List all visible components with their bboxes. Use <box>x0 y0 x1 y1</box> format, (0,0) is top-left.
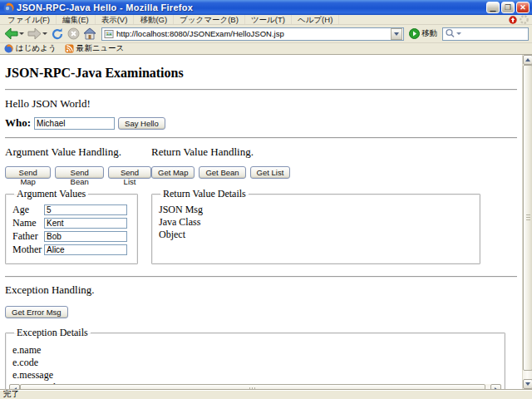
argument-values-legend: Argument Values <box>14 188 88 200</box>
back-icon <box>4 27 18 40</box>
send-map-button[interactable]: Send Map <box>5 166 51 179</box>
page-favicon-icon[interactable] <box>104 29 114 39</box>
search-icon[interactable] <box>445 28 456 39</box>
menu-file[interactable]: ファイル(F) <box>2 15 57 24</box>
vertical-scrollbar-thumb[interactable] <box>523 65 532 371</box>
get-error-msg-button[interactable]: Get Error Msg <box>5 306 68 318</box>
exception-section-title: Exception Handling. <box>5 283 517 297</box>
bookmark-label: はじめよう <box>16 43 57 54</box>
menu-tools[interactable]: ツール(T) <box>245 15 292 24</box>
send-list-button[interactable]: Send List <box>108 166 151 179</box>
argument-row: Name <box>12 217 131 229</box>
java-class-label: Java Class <box>159 216 473 228</box>
scroll-left-button[interactable] <box>9 384 20 389</box>
back-button[interactable] <box>3 27 25 42</box>
father-input[interactable] <box>44 231 127 242</box>
mother-label: Mother <box>12 244 44 256</box>
exception-details-fieldset: Exception Details e.name e.code e.messag… <box>5 327 505 389</box>
vertical-scrollbar[interactable] <box>522 55 532 389</box>
web-page: JSON-RPC-Java Examinations Hello JSON Wo… <box>0 55 522 389</box>
search-input[interactable] <box>461 30 526 38</box>
reload-button[interactable] <box>50 27 65 42</box>
who-label: Who: <box>5 116 31 130</box>
menu-bookmarks[interactable]: ブックマーク(B) <box>174 15 245 24</box>
send-bean-button[interactable]: Send Bean <box>55 166 104 179</box>
divider <box>5 276 517 278</box>
go-icon <box>409 28 420 39</box>
throbber-icon <box>520 15 529 24</box>
navigation-toolbar: 移動 <box>0 25 532 43</box>
object-label: Object <box>159 229 473 240</box>
scroll-up-button[interactable] <box>523 55 532 65</box>
divider <box>5 137 517 139</box>
forward-button[interactable] <box>27 27 48 42</box>
stop-button[interactable] <box>66 27 81 42</box>
status-text: 完了 <box>3 389 19 399</box>
address-dropdown-button[interactable] <box>391 28 402 40</box>
bookmark-getting-started[interactable]: はじめよう <box>4 43 57 54</box>
page-title: JSON-RPC-Java Examinations <box>5 66 517 81</box>
get-list-button[interactable]: Get List <box>250 166 291 179</box>
bookmark-label: 最新ニュース <box>76 43 125 54</box>
restore-button[interactable]: ❐ <box>501 2 515 13</box>
e-code-label: e.code <box>12 357 498 368</box>
search-box[interactable] <box>442 27 529 41</box>
return-value-details-legend: Return Value Details <box>160 188 249 200</box>
scroll-right-button[interactable] <box>490 384 501 389</box>
horizontal-scrollbar-thumb[interactable] <box>20 384 485 389</box>
bookmark-latest-news[interactable]: 最新ニュース <box>65 43 125 54</box>
stop-icon <box>67 27 80 40</box>
menu-edit[interactable]: 編集(E) <box>57 15 96 24</box>
firefox-app-icon <box>3 2 14 13</box>
argument-row: Mother <box>12 244 131 256</box>
menu-help[interactable]: ヘルプ(H) <box>292 15 339 24</box>
go-button[interactable]: 移動 <box>406 27 441 42</box>
forward-dropdown-icon[interactable] <box>42 32 47 35</box>
scroll-down-button[interactable] <box>523 379 532 389</box>
name-label: Name <box>12 217 44 229</box>
forward-icon <box>27 27 42 40</box>
return-value-details-fieldset: Return Value Details JSON Msg Java Class… <box>151 188 480 264</box>
get-bean-button[interactable]: Get Bean <box>199 166 245 179</box>
age-label: Age <box>12 204 44 216</box>
bookmarks-toolbar: はじめよう 最新ニュース <box>0 43 532 55</box>
who-input[interactable] <box>34 117 115 130</box>
exception-details-legend: Exception Details <box>14 327 91 339</box>
status-bar: 完了 <box>0 389 532 399</box>
update-alert-icon[interactable] <box>509 16 517 24</box>
firefox-bookmark-icon <box>4 44 13 53</box>
window-title: JSON-RPC-Java Hello - Mozilla Firefox <box>17 2 486 12</box>
menubar: ファイル(F) 編集(E) 表示(V) 移動(G) ブックマーク(B) ツール(… <box>0 15 532 25</box>
divider <box>5 89 517 91</box>
rss-icon <box>65 44 74 53</box>
json-msg-label: JSON Msg <box>159 204 473 215</box>
content-viewport: JSON-RPC-Java Examinations Hello JSON Wo… <box>0 55 532 389</box>
get-map-button[interactable]: Get Map <box>151 166 195 179</box>
address-bar[interactable] <box>101 27 404 41</box>
return-section-title: Return Value Handling. <box>151 145 517 159</box>
reload-icon <box>51 27 64 41</box>
menu-view[interactable]: 表示(V) <box>96 15 135 24</box>
argument-section-title: Argument Value Handling. <box>5 145 151 159</box>
e-name-label: e.name <box>12 344 498 356</box>
home-icon <box>83 27 96 40</box>
argument-row: Father <box>12 230 131 243</box>
url-input[interactable] <box>116 29 391 39</box>
back-dropdown-icon[interactable] <box>19 32 24 35</box>
horizontal-scrollbar[interactable] <box>9 384 501 389</box>
go-label: 移動 <box>421 28 437 39</box>
hello-text: Hello JSON World! <box>5 97 517 111</box>
home-button[interactable] <box>82 27 97 42</box>
age-input[interactable] <box>44 204 127 215</box>
titlebar: JSON-RPC-Java Hello - Mozilla Firefox ▁ … <box>0 0 532 15</box>
argument-row: Age <box>12 204 131 216</box>
mother-input[interactable] <box>44 244 127 255</box>
argument-values-fieldset: Argument Values Age Name Father <box>5 188 138 264</box>
close-button[interactable]: ✕ <box>516 2 530 13</box>
say-hello-button[interactable]: Say Hello <box>118 117 165 130</box>
minimize-button[interactable]: ▁ <box>486 2 500 13</box>
menu-go[interactable]: 移動(G) <box>134 15 174 24</box>
e-message-label: e.message <box>12 369 498 381</box>
father-label: Father <box>12 230 44 243</box>
name-input[interactable] <box>44 218 127 229</box>
